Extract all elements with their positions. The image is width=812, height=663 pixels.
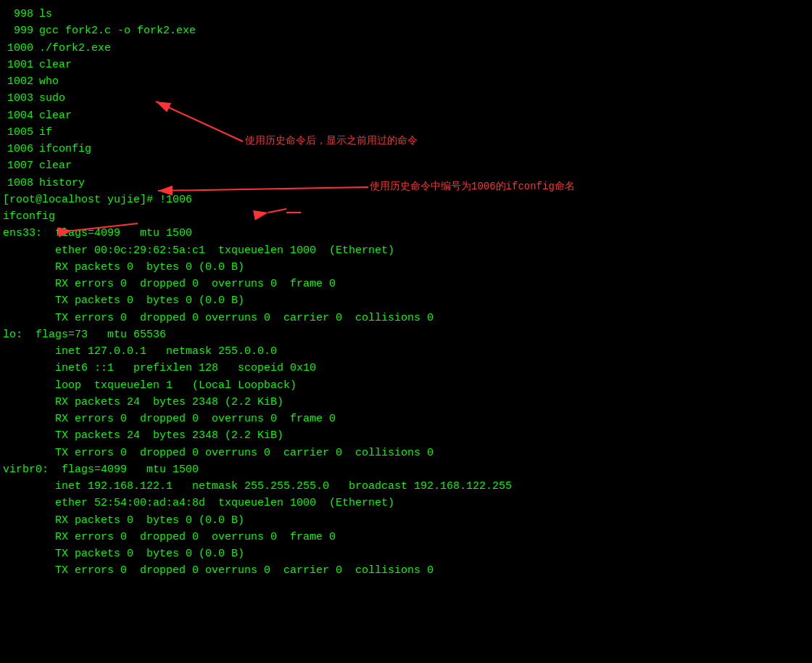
output-line: inet 192.168.122.1 netmask 255.255.255.0… xyxy=(0,478,812,495)
output-text: ens33: flags=4099 mtu 1500 xyxy=(3,225,192,242)
ifconfig-echo: ifconfig xyxy=(3,208,55,225)
output-text: TX errors 0 dropped 0 overruns 0 carrier… xyxy=(3,445,434,461)
output-text: TX packets 24 bytes 2348 (2.2 KiB) xyxy=(3,427,283,444)
output-text: ether 52:54:00:ad:a4:8d txqueuelen 1000 … xyxy=(3,495,394,511)
prompt-text: [root@localhost yujie]# !1006 xyxy=(3,192,192,208)
output-line: TX packets 24 bytes 2348 (2.2 KiB) xyxy=(0,427,812,444)
output-line: virbr0: flags=4099 mtu 1500 xyxy=(0,461,812,478)
line-command: ls xyxy=(39,6,52,22)
output-text: TX errors 0 dropped 0 overruns 0 carrier… xyxy=(3,562,434,579)
output-line: ether 00:0c:29:62:5a:c1 txqueuelen 1000 … xyxy=(0,242,812,259)
output-text: TX packets 0 bytes 0 (0.0 B) xyxy=(3,292,244,309)
line-number: 1003 xyxy=(3,90,39,107)
output-line: TX packets 0 bytes 0 (0.0 B) xyxy=(0,292,812,309)
output-text: RX errors 0 dropped 0 overruns 0 frame 0 xyxy=(3,411,336,427)
history-line: 1001clear xyxy=(0,57,812,73)
history-line: 1000./fork2.exe xyxy=(0,40,812,57)
line-number: 998 xyxy=(3,6,39,22)
line-command: who xyxy=(39,73,59,90)
line-command: clear xyxy=(39,107,72,124)
output-text: virbr0: flags=4099 mtu 1500 xyxy=(3,461,199,478)
output-text: ether 00:0c:29:62:5a:c1 txqueuelen 1000 … xyxy=(3,242,394,259)
output-line: inet 127.0.0.1 netmask 255.0.0.0 xyxy=(0,343,812,360)
line-number: 1004 xyxy=(3,107,39,124)
history-line: 1007clear xyxy=(0,157,812,174)
output-text: inet 127.0.0.1 netmask 255.0.0.0 xyxy=(3,343,277,360)
output-text: RX errors 0 dropped 0 overruns 0 frame 0 xyxy=(3,276,336,292)
output-line: RX packets 24 bytes 2348 (2.2 KiB) xyxy=(0,394,812,411)
output-line: RX errors 0 dropped 0 overruns 0 frame 0 xyxy=(0,276,812,292)
output-text: RX packets 0 bytes 0 (0.0 B) xyxy=(3,259,244,276)
annotation1: 使用历史命令后，显示之前用过的命令 xyxy=(245,134,418,147)
line-number: 1005 xyxy=(3,124,39,141)
line-command: sudo xyxy=(39,90,65,107)
history-lines: 998ls999gcc fork2.c -o fork2.exe1000./fo… xyxy=(0,6,812,192)
line-number: 1006 xyxy=(3,141,39,157)
output-line: RX errors 0 dropped 0 overruns 0 frame 0 xyxy=(0,411,812,427)
history-line: 1003sudo xyxy=(0,90,812,107)
output-line: TX errors 0 dropped 0 overruns 0 carrier… xyxy=(0,310,812,326)
output-text: inet 192.168.122.1 netmask 255.255.255.0… xyxy=(3,478,512,495)
output-line: ether 52:54:00:ad:a4:8d txqueuelen 1000 … xyxy=(0,495,812,511)
line-command: if xyxy=(39,124,52,141)
output-line: loop txqueuelen 1 (Local Loopback) xyxy=(0,377,812,394)
line-command: clear xyxy=(39,157,72,174)
history-line: 998ls xyxy=(0,6,812,22)
line-number: 1001 xyxy=(3,57,39,73)
output-text: RX packets 0 bytes 0 (0.0 B) xyxy=(3,512,244,529)
line-command: history xyxy=(39,175,85,192)
output-line: lo: flags=73 mtu 65536 xyxy=(0,326,812,343)
line-command: gcc fork2.c -o fork2.exe xyxy=(39,22,196,39)
output-line: RX errors 0 dropped 0 overruns 0 frame 0 xyxy=(0,529,812,545)
output-line: TX errors 0 dropped 0 overruns 0 carrier… xyxy=(0,445,812,461)
line-number: 1008 xyxy=(3,175,39,192)
terminal: 998ls999gcc fork2.c -o fork2.exe1000./fo… xyxy=(0,0,812,585)
output-lines: ens33: flags=4099 mtu 1500 ether 00:0c:2… xyxy=(0,225,812,579)
output-line: inet6 ::1 prefixlen 128 scopeid 0x10 xyxy=(0,360,812,376)
line-command: ifconfig xyxy=(39,141,91,157)
line-number: 1000 xyxy=(3,40,39,57)
output-text: loop txqueuelen 1 (Local Loopback) xyxy=(3,377,297,394)
history-line: 1004clear xyxy=(0,107,812,124)
output-line: ens33: flags=4099 mtu 1500 xyxy=(0,225,812,242)
annotation2: 使用历史命令中编号为1006的ifconfig命名 xyxy=(370,180,575,193)
output-text: TX packets 0 bytes 0 (0.0 B) xyxy=(3,545,244,562)
output-text: inet6 ::1 prefixlen 128 scopeid 0x10 xyxy=(3,360,316,376)
output-line: TX packets 0 bytes 0 (0.0 B) xyxy=(0,545,812,562)
line-command: clear xyxy=(39,57,72,73)
line-number: 1002 xyxy=(3,73,39,90)
output-text: TX errors 0 dropped 0 overruns 0 carrier… xyxy=(3,310,434,326)
output-text: RX errors 0 dropped 0 overruns 0 frame 0 xyxy=(3,529,336,545)
output-line: TX errors 0 dropped 0 overruns 0 carrier… xyxy=(0,562,812,579)
output-text: RX packets 24 bytes 2348 (2.2 KiB) xyxy=(3,394,283,411)
history-line: 1002who xyxy=(0,73,812,90)
output-line: RX packets 0 bytes 0 (0.0 B) xyxy=(0,512,812,529)
ifconfig-echo-line: ifconfig xyxy=(0,208,812,225)
history-line: 999gcc fork2.c -o fork2.exe xyxy=(0,22,812,39)
line-number: 999 xyxy=(3,22,39,39)
output-text: lo: flags=73 mtu 65536 xyxy=(3,326,166,343)
line-number: 1007 xyxy=(3,157,39,174)
prompt-line: [root@localhost yujie]# !1006 xyxy=(0,192,812,208)
line-command: ./fork2.exe xyxy=(39,40,111,57)
output-line: RX packets 0 bytes 0 (0.0 B) xyxy=(0,259,812,276)
